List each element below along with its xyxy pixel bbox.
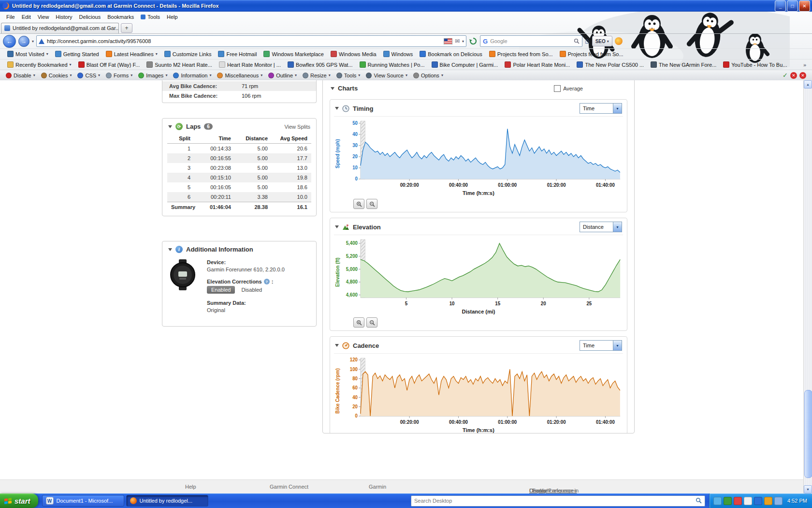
scroll-up-arrow[interactable]: ▲ [804, 80, 812, 89]
bookmark-item[interactable]: Windows Marketplace [260, 51, 327, 57]
maximize-button[interactable]: □ [787, 0, 798, 12]
zoom-in-button[interactable] [353, 317, 364, 328]
bookmark-item[interactable]: Heart Rate Monitor | ... [216, 61, 284, 68]
back-button[interactable]: ← [3, 35, 16, 48]
laps-table-row[interactable]: 3 00:23:08 5.00 13.0 [167, 163, 311, 173]
devtoolbar-menu[interactable]: Disable ▾ [3, 73, 38, 78]
bookmark-item[interactable]: Blast Off Fat (Way) F... [75, 61, 144, 68]
taskbar-window-button[interactable]: Untitled by redlodgel... [126, 495, 208, 507]
devtoolbar-menu[interactable]: Miscellaneous ▾ [214, 73, 265, 78]
laps-table-row[interactable]: 1 00:14:33 5.00 20.6 [167, 144, 311, 153]
tray-shield-icon[interactable] [724, 497, 732, 505]
tray-messenger-icon[interactable] [754, 497, 762, 505]
bookmark-item[interactable]: Customize Links [161, 51, 215, 57]
collapse-triangle-icon[interactable] [331, 87, 334, 90]
tray-volume-icon[interactable] [774, 497, 783, 505]
bookmark-item[interactable]: Bike Computer | Garmi... [428, 61, 502, 68]
devtoolbar-menu[interactable]: Information ▾ [170, 73, 214, 78]
enabled-toggle-button[interactable]: Enabled [207, 286, 235, 294]
url-text[interactable]: http://connect.garmin.com/activity/99576… [47, 38, 441, 44]
tray-alert-icon[interactable] [734, 497, 742, 505]
desktop-search-input[interactable]: Search Desktop [411, 495, 705, 507]
footer-help-link[interactable]: Help [185, 484, 196, 490]
zoom-out-button[interactable] [366, 199, 377, 209]
collapse-triangle-icon[interactable] [335, 107, 339, 110]
mail-icon[interactable]: ✉ [455, 38, 460, 45]
weather-icon[interactable] [615, 37, 623, 45]
footer-garmin-link[interactable]: Garmin [369, 484, 386, 490]
menu-item[interactable]: Delicious [76, 13, 104, 21]
scroll-down-arrow[interactable]: ▼ [804, 485, 812, 493]
window-titlebar[interactable]: Untitled by redlodgeland@gmail.com at Ga… [0, 0, 812, 12]
bookmark-item[interactable]: Windows [380, 51, 417, 57]
bookmark-item[interactable]: Latest Headlines ▾ [102, 51, 161, 57]
search-engine-label[interactable]: Google [490, 38, 507, 44]
bookmark-item[interactable]: Suunto M2 Heart Rate... [143, 61, 216, 68]
bookmark-item[interactable]: Most Visited ▾ [4, 51, 52, 57]
help-icon[interactable]: ? [264, 279, 270, 284]
menu-item[interactable]: Tools [137, 13, 163, 21]
search-go-icon[interactable] [574, 38, 580, 44]
url-bar[interactable]: http://connect.garmin.com/activity/99576… [36, 35, 466, 47]
laps-table-row[interactable]: 6 00:20:11 3.38 10.0 [167, 192, 311, 202]
collapse-triangle-icon[interactable] [335, 225, 339, 228]
bookmark-item[interactable]: Running Watches | Po... [356, 61, 428, 68]
taskbar-window-button[interactable]: W Document1 - Microsof... [42, 495, 124, 507]
scrollbar-thumb[interactable] [804, 390, 812, 478]
devtoolbar-menu[interactable]: Tools ▾ [334, 73, 363, 78]
bookmark-item[interactable]: The New GArmin Fore... [647, 61, 720, 68]
css-error-icon[interactable]: ✕ [799, 72, 806, 79]
bookmark-item[interactable]: Bookmark on Delicious [416, 51, 486, 57]
bookmark-item[interactable]: YouTube - How To Bu... [720, 61, 790, 68]
tray-window-icon[interactable] [744, 497, 752, 505]
browser-tab[interactable]: Untitled by redlodgeland@gmail.com at Ga… [1, 23, 119, 33]
devtoolbar-menu[interactable]: CSS ▾ [74, 73, 103, 78]
menu-item[interactable]: File [3, 13, 18, 21]
menu-item[interactable]: Edit [18, 13, 34, 21]
disabled-toggle-label[interactable]: Disabled [241, 287, 262, 293]
search-icon[interactable] [696, 497, 702, 505]
devtoolbar-menu[interactable]: Cookies ▾ [38, 73, 75, 78]
devtoolbar-menu[interactable]: Outline ▾ [265, 73, 300, 78]
start-button[interactable]: start [0, 493, 38, 508]
bookmark-item[interactable]: Getting Started [52, 51, 102, 57]
tray-network-icon[interactable] [713, 497, 722, 505]
forward-button[interactable]: → [18, 36, 29, 47]
devtoolbar-menu[interactable]: Resize ▾ [300, 73, 334, 78]
url-dropdown-icon[interactable]: ▾ [462, 39, 464, 44]
bookmark-item[interactable]: Windows Media [327, 51, 380, 57]
menu-item[interactable]: View [34, 13, 53, 21]
bookmark-item[interactable]: Projects feed from So... [556, 51, 627, 57]
close-button[interactable]: ✕ [799, 0, 810, 12]
vertical-scrollbar[interactable]: ▲ ▼ [803, 80, 812, 493]
laps-table-row[interactable]: 5 00:16:05 5.00 18.6 [167, 182, 311, 192]
seo-toolbar-button[interactable]: SEO▾ [592, 36, 612, 46]
reload-icon[interactable] [469, 37, 478, 45]
devtoolbar-menu[interactable]: Options ▾ [410, 73, 446, 78]
tray-update-icon[interactable] [764, 497, 772, 505]
bookmark-item[interactable]: Projects feed from So... [486, 51, 556, 57]
collapse-triangle-icon[interactable] [168, 125, 172, 128]
timing-chart-plot[interactable]: 0102030405000:20:0000:40:0001:00:0001:20… [341, 118, 623, 190]
footer-garmin-connect-link[interactable]: Garmin Connect [270, 484, 308, 490]
elevation-chart-plot[interactable]: 4,6004,8005,0005,2005,400510152025 [341, 237, 623, 308]
bookmark-item[interactable]: Bowflex 905 GPS Wat... [284, 61, 356, 68]
menu-item[interactable]: Help [163, 13, 181, 21]
timing-axis-select[interactable]: Time ▼ [580, 103, 622, 114]
bookmark-item[interactable]: Recently Bookmarked ▾ [4, 61, 75, 68]
elevation-axis-select[interactable]: Distance ▼ [580, 222, 622, 232]
laps-table-row[interactable]: 2 00:16:55 5.00 17.7 [167, 153, 311, 163]
collapse-triangle-icon[interactable] [168, 248, 172, 251]
menu-item[interactable]: History [52, 13, 75, 21]
search-bar[interactable]: G Google [480, 35, 582, 47]
devtoolbar-menu[interactable]: View Source ▾ [363, 73, 410, 78]
zoom-in-button[interactable] [353, 199, 364, 209]
average-checkbox[interactable] [554, 85, 561, 92]
bookmarks-overflow-chevron[interactable]: » [801, 62, 808, 68]
cadence-axis-select[interactable]: Time ▼ [580, 340, 622, 351]
js-error-icon[interactable]: ✕ [790, 72, 797, 79]
devtoolbar-menu[interactable]: Images ▾ [135, 73, 170, 78]
history-dropdown-icon[interactable]: ▾ [32, 39, 34, 44]
bookmark-item[interactable]: Free Hotmail [215, 51, 260, 57]
bookmark-item[interactable]: Polar Heart Rate Moni... [501, 61, 573, 68]
